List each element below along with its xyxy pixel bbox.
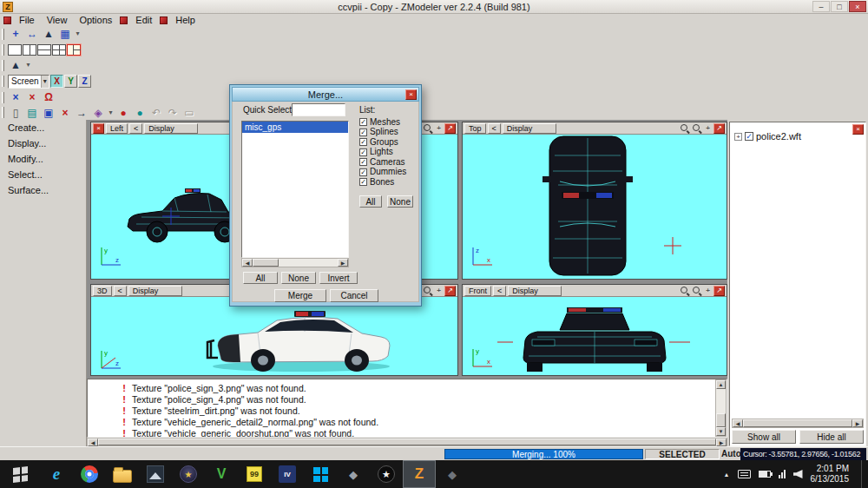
quick-select-input[interactable]	[292, 103, 345, 116]
merge-dialog-titlebar[interactable]: Merge... ×	[232, 87, 419, 102]
list-horizontal-scrollbar[interactable]: ◀ ▶	[241, 258, 349, 267]
pan-icon[interactable]: +	[704, 284, 712, 298]
checkbox-checked-icon[interactable]: ✓	[359, 138, 367, 146]
checkbox-checked-icon[interactable]: ✓	[359, 118, 367, 126]
toolbox-item-modify[interactable]: Modify...	[0, 151, 86, 167]
toolbar-grip[interactable]	[2, 76, 4, 87]
material-teal-icon[interactable]: ●	[132, 106, 148, 120]
dropdown-icon[interactable]: ▾	[107, 106, 115, 120]
taskbar-item-explorer[interactable]	[106, 460, 139, 488]
cancel-button[interactable]: Cancel	[330, 289, 378, 302]
package-icon[interactable]: ◈	[90, 106, 106, 120]
viewport-maximize-button[interactable]: ↗	[444, 286, 456, 296]
viewport-top-back-button[interactable]: <	[488, 123, 501, 134]
taskbar-item-iv-app[interactable]: IV	[271, 460, 304, 488]
taskbar-item-photo-viewer[interactable]	[139, 460, 172, 488]
dropdown-icon[interactable]: ▾	[74, 27, 82, 41]
scroll-left-icon[interactable]: ◀	[733, 419, 743, 427]
scroll-left-icon[interactable]: ◀	[242, 259, 253, 267]
move-tool-icon[interactable]: ↔	[24, 27, 40, 41]
select-invert-button[interactable]: Invert	[319, 272, 358, 284]
menu-edit[interactable]: Edit	[129, 14, 158, 26]
snap-toggle-icon[interactable]: ×	[8, 90, 23, 104]
merge-dialog-close-button[interactable]: ×	[405, 89, 417, 100]
transform-tool-icon[interactable]: +	[8, 27, 23, 41]
taskbar-item-windows-app[interactable]	[304, 460, 337, 488]
zoom-region-icon[interactable]	[692, 123, 702, 134]
menu-view[interactable]: View	[41, 14, 74, 26]
taskbar-item-v-app[interactable]: V	[205, 460, 238, 488]
viewport-3d-display-button[interactable]: Display	[128, 286, 182, 296]
viewport-top-display-button[interactable]: Display	[503, 123, 556, 134]
merge-object-list[interactable]: misc_gps	[241, 121, 349, 258]
hide-all-button[interactable]: Hide all	[799, 430, 864, 444]
toolbox-item-surface[interactable]: Surface...	[0, 182, 86, 198]
viewport-left-name-button[interactable]: Left	[106, 123, 128, 134]
taskbar-clock[interactable]: 2:01 PM 6/13/2015	[811, 464, 850, 485]
axis-x-toggle[interactable]: X	[50, 75, 63, 88]
scene-panel-close-button[interactable]: ×	[852, 124, 864, 135]
zoom-region-icon[interactable]	[423, 286, 433, 296]
menu-options[interactable]: Options	[73, 14, 118, 26]
tray-expand-icon[interactable]: ▲	[724, 472, 730, 478]
scroll-right-icon[interactable]: ▶	[338, 259, 348, 267]
scrollbar-track[interactable]	[716, 389, 726, 413]
filter-lights[interactable]: ✓ Lights	[359, 148, 406, 157]
primitive-cone-icon[interactable]: ▲	[8, 58, 23, 72]
scroll-right-icon[interactable]: ▶	[852, 419, 863, 427]
magnet-tool-icon[interactable]: Ω	[41, 90, 56, 104]
filter-none-button[interactable]: None	[387, 195, 413, 208]
menu-file[interactable]: File	[13, 14, 41, 26]
redo-icon[interactable]: ↷	[165, 106, 181, 120]
log-horizontal-scrollbar[interactable]: ◀ ▶	[87, 438, 727, 446]
minimize-button[interactable]: –	[812, 1, 830, 12]
checkbox-checked-icon[interactable]: ✓	[359, 178, 367, 186]
start-button[interactable]	[0, 460, 40, 488]
taskbar-item-zmodeler[interactable]: Z	[403, 460, 436, 488]
toolbar-grip[interactable]	[2, 107, 4, 118]
viewport-maximize-button[interactable]: ↗	[713, 123, 725, 134]
tree-expand-icon[interactable]: +	[734, 133, 742, 141]
auto-indicator[interactable]: Auto	[721, 449, 739, 459]
toolbar-grip[interactable]	[2, 29, 4, 40]
taskbar-item-dark-app[interactable]: ◆	[436, 460, 469, 488]
delete-icon[interactable]: ×	[57, 106, 73, 120]
filter-meshes[interactable]: ✓ Meshes	[359, 117, 406, 127]
zoom-region-icon[interactable]	[692, 286, 702, 296]
layout-three-pane-icon[interactable]	[67, 44, 81, 56]
menu-help[interactable]: Help	[169, 14, 201, 26]
select-all-button[interactable]: All	[243, 272, 278, 284]
viewport-front-name-button[interactable]: Front	[464, 286, 491, 296]
delete-tool-icon[interactable]: ×	[24, 90, 40, 104]
viewport-3d-name-button[interactable]: 3D	[93, 286, 112, 296]
show-all-button[interactable]: Show all	[732, 430, 796, 444]
scrollbar-thumb[interactable]	[98, 439, 716, 445]
filter-all-button[interactable]: All	[359, 195, 382, 208]
scrollbar-thumb[interactable]	[716, 413, 726, 427]
zoom-in-icon[interactable]	[680, 286, 690, 296]
volume-icon[interactable]	[793, 470, 803, 478]
dropdown-icon[interactable]: ▾	[24, 58, 32, 72]
pivot-tool-icon[interactable]: ▲	[41, 27, 56, 41]
taskbar-item-chrome[interactable]	[73, 460, 106, 488]
viewport-3d-back-button[interactable]: <	[114, 286, 127, 296]
network-icon[interactable]	[779, 470, 786, 478]
taskbar-item-star-badge[interactable]: ★	[370, 460, 403, 488]
import-icon[interactable]: →	[74, 106, 89, 120]
viewport-front-canvas[interactable]: y x	[463, 297, 727, 375]
pan-icon[interactable]: +	[435, 122, 443, 135]
checkbox-checked-icon[interactable]: ✓	[359, 158, 367, 166]
layout-quad-icon[interactable]	[52, 44, 66, 56]
toolbar-grip[interactable]	[2, 44, 4, 56]
taskbar-item-ie[interactable]: e	[40, 460, 73, 488]
checkbox-checked-icon[interactable]: ✓	[359, 148, 367, 156]
toolbar-grip[interactable]	[2, 92, 4, 103]
axis-z-toggle[interactable]: Z	[78, 75, 91, 88]
checkbox-checked-icon[interactable]: ✓	[359, 168, 367, 176]
scrollbar-thumb[interactable]	[253, 259, 279, 267]
new-file-icon[interactable]: ▯	[8, 106, 23, 120]
battery-icon[interactable]	[759, 471, 771, 478]
checkbox-checked-icon[interactable]: ✓	[359, 129, 367, 136]
screen-space-select[interactable]: Screen ▾	[8, 75, 49, 89]
layout-horizontal-split-icon[interactable]	[37, 44, 51, 56]
